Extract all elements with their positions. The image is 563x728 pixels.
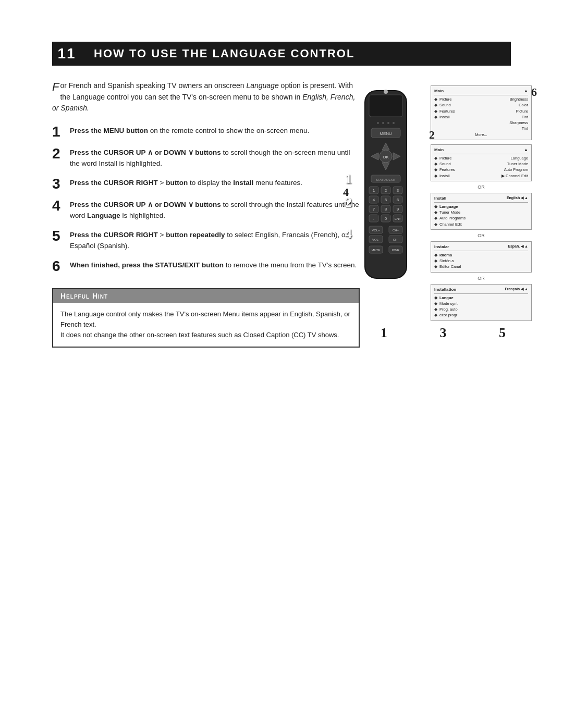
svg-text:0: 0 (385, 216, 387, 221)
panel-installation-francais: InstallationFrançais ◀ ▲ ◆Langue ◆Mode s… (431, 284, 532, 321)
svg-text:8: 8 (385, 207, 387, 212)
overlay-2: 2 (345, 195, 352, 211)
panel-main-menu: Main▲ ◆PictureBrightness ◆SoundColor ◆Fe… (431, 85, 532, 140)
step-4-number: 4 (52, 199, 64, 213)
intro-text: or French and Spanish speaking TV owners… (52, 81, 355, 112)
step-3-text: Press the CURSOR RIGHT > button to displ… (70, 178, 302, 189)
svg-text:VOL+: VOL+ (372, 229, 380, 232)
panel-row: ◆SoundTuner Mode (434, 161, 528, 167)
label-bottom-3: 3 (440, 325, 447, 341)
panel-row: ◆éitor progr (434, 312, 528, 318)
panel-row: ◆Tuner Mode (434, 209, 528, 215)
svg-text:4: 4 (373, 198, 375, 202)
panel-main-title: Main▲ (434, 88, 528, 95)
title-bar: 11 How to Use the Language Control (52, 42, 511, 66)
svg-text:CH-: CH- (393, 238, 399, 241)
svg-rect-1 (369, 95, 402, 117)
step-5-text: Press the CURSOR RIGHT > button repeated… (70, 230, 360, 252)
left-column: F or French and Spanish speaking TV owne… (52, 80, 360, 348)
title-label: How to Use the Language Control (94, 47, 354, 60)
step-2: 2 Press the CURSOR UP ∧ or DOWN ∨ button… (52, 147, 360, 169)
panel-row: ◆Install▶ Channel Edit (434, 173, 528, 179)
hint-box: Helpful Hint The Language control only m… (52, 288, 360, 348)
intro-paragraph: F or French and Spanish speaking TV owne… (52, 80, 360, 114)
step-4: 4 Press the CURSOR UP ∧ or DOWN ∨ button… (52, 200, 360, 221)
panel-row: ◆PictureBrightness (434, 96, 528, 102)
panel-row: ◆Idioma (434, 252, 528, 258)
overlay-4: 4 (345, 226, 352, 242)
svg-text:9: 9 (397, 207, 399, 212)
panel-row: ◆FeaturesAuto Program (434, 167, 528, 172)
panel-row: ◆InstallTint (434, 114, 528, 120)
svg-point-6 (393, 122, 395, 124)
panel-row: Sharpness (434, 120, 528, 126)
step-4-text: Press the CURSOR UP ∧ or DOWN ∨ buttons … (70, 200, 360, 221)
panel-row: ◆Mode synt. (434, 301, 528, 306)
panel-row: ◆Language (434, 204, 528, 209)
svg-text:PWR: PWR (392, 249, 400, 252)
svg-point-4 (382, 122, 384, 124)
panel-row: ◆Channel Edit (434, 221, 528, 227)
panel-row: ◆PictureLanguage (434, 155, 528, 161)
or-separator-1: OR (431, 183, 532, 191)
panel-install-english: InstallEnglish ◀ ▲ ◆Language ◆Tuner Mode… (431, 193, 532, 230)
step-1: 1 Press the MENU button on the remote co… (52, 126, 360, 139)
drop-cap: F (52, 81, 59, 93)
svg-text:OK: OK (383, 155, 389, 159)
panel-row: ◆Langue (434, 295, 528, 301)
remote-container: 1 2 4 (354, 85, 422, 321)
panel-row: ◆SoundColor (434, 102, 528, 108)
steps-list: 1 Press the MENU button on the remote co… (52, 126, 360, 274)
panel-row: ◆FeaturesPicture (434, 108, 528, 114)
svg-point-3 (377, 122, 379, 124)
svg-text:MENU: MENU (380, 131, 392, 136)
panel-row: ◆Sintón a (434, 258, 528, 264)
main-content: F or French and Spanish speaking TV owne… (52, 80, 511, 348)
svg-text:3: 3 (397, 188, 399, 193)
step-3: 3 Press the CURSOR RIGHT > button to dis… (52, 178, 360, 191)
panel-row: ◆Auto Programs (434, 215, 528, 221)
step-5-number: 5 (52, 229, 64, 243)
label-bottom-5: 5 (499, 325, 506, 341)
panel-install-en-title: InstallEnglish ◀ ▲ (434, 195, 528, 203)
hint-body: The Language control only makes the TV's… (53, 303, 359, 347)
step-5: 5 Press the CURSOR RIGHT > button repeat… (52, 230, 360, 252)
overlay-1: 1 (345, 171, 352, 187)
title-number: 11 (52, 42, 81, 66)
step-6-text: When finished, press the STATUS/EXIT but… (70, 260, 357, 271)
step-1-number: 1 (52, 125, 64, 139)
svg-text:STATUS/EXIT: STATUS/EXIT (376, 178, 396, 181)
svg-text:5: 5 (385, 198, 387, 202)
svg-text:.: . (373, 217, 374, 220)
svg-text:ENT: ENT (395, 217, 401, 220)
panel-main-lang-title: Main▲ (434, 147, 528, 154)
title-text: How to Use the Language Control (81, 42, 511, 66)
or-separator-2: OR (431, 232, 532, 239)
right-column: 1 2 4 (375, 80, 511, 348)
svg-point-2 (384, 90, 388, 94)
svg-text:CH+: CH+ (393, 229, 399, 232)
svg-text:7: 7 (373, 207, 375, 212)
panel-row: More... (434, 132, 528, 138)
panel-instalar-espanol: InstalarEspañ. ◀ ▲ ◆Idioma ◆Sintón a ◆Ed… (431, 241, 532, 273)
label-6: 6 (531, 85, 537, 99)
right-column-inner: 1 2 4 (354, 85, 532, 321)
hint-title: Helpful Hint (53, 289, 359, 303)
panel-instalar-title: InstalarEspañ. ◀ ▲ (434, 244, 528, 251)
step-2-text: Press the CURSOR UP ∧ or DOWN ∨ buttons … (70, 147, 360, 169)
step-6-number: 6 (52, 259, 64, 274)
svg-text:MUTE: MUTE (372, 249, 381, 252)
step-1-text: Press the MENU button on the remote cont… (70, 126, 309, 137)
svg-text:1: 1 (373, 188, 375, 193)
svg-text:2: 2 (385, 188, 387, 193)
panels-container: Main▲ ◆PictureBrightness ◆SoundColor ◆Fe… (431, 85, 532, 321)
panel-installation-title: InstallationFrançais ◀ ▲ (434, 287, 528, 294)
svg-point-5 (387, 122, 389, 124)
label-bottom-1: 1 (381, 325, 387, 341)
svg-text:6: 6 (397, 198, 399, 202)
panel-row: ◆Editor Canal (434, 264, 528, 269)
svg-text:VOL-: VOL- (372, 238, 380, 241)
page: 11 How to Use the Language Control F or … (0, 0, 563, 728)
remote-svg: MENU OK (354, 85, 417, 283)
panel-main-language: Main▲ ◆PictureLanguage ◆SoundTuner Mode … (431, 144, 532, 181)
